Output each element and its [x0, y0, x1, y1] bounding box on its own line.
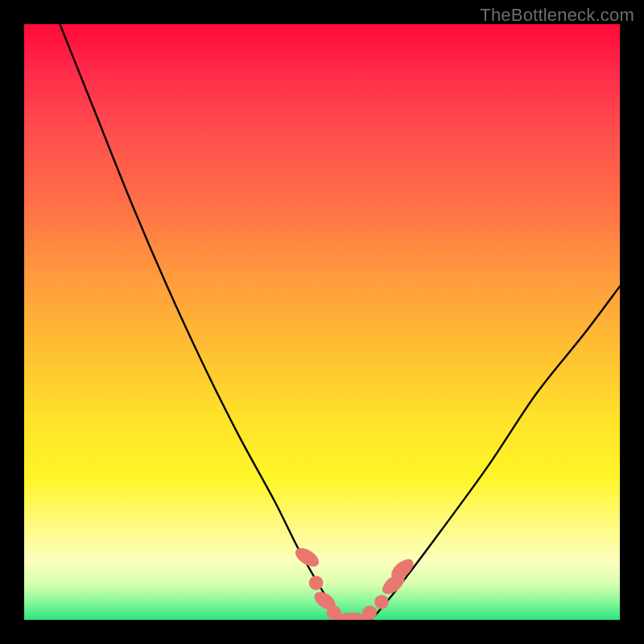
valley-marker	[362, 605, 377, 620]
bottleneck-curve	[60, 24, 620, 620]
valley-marker	[309, 576, 324, 590]
valley-markers	[292, 544, 417, 620]
watermark-text: TheBottleneck.com	[480, 5, 634, 26]
plot-area	[24, 24, 620, 620]
valley-marker	[374, 595, 389, 609]
chart-svg	[24, 24, 620, 620]
chart-frame: TheBottleneck.com	[0, 0, 644, 644]
